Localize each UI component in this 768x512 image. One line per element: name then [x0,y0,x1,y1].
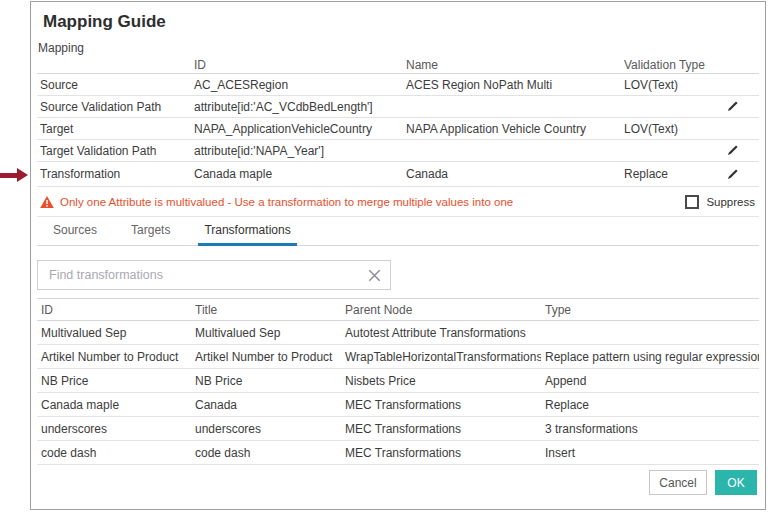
cell-id: NAPA_ApplicationVehicleCountry [191,122,403,136]
table-row[interactable]: Artikel Number to Product Artikel Number… [37,345,759,369]
annotation-arrow-icon [0,168,28,182]
transformations-table: ID Title Parent Node Type Multivalued Se… [37,298,759,465]
table-row-source: Source AC_ACESRegion ACES Region NoPath … [37,74,759,96]
ok-button[interactable]: OK [715,470,757,495]
table-row-target: Target NAPA_ApplicationVehicleCountry NA… [37,118,759,140]
cell-name: NAPA Application Vehicle Country [403,122,621,136]
mapping-table-header: ID Name Validation Type [37,57,759,74]
cell-parent-node: WrapTableHorizontalTransformations [341,350,541,364]
dialog-title: Mapping Guide [43,11,759,33]
edit-pencil-icon[interactable] [726,144,761,157]
row-label: Target Validation Path [37,144,191,158]
cell-type: 3 transformations [541,422,759,436]
cell-title: Artikel Number to Product [191,350,341,364]
suppress-checkbox[interactable] [685,195,699,209]
row-label: Source Validation Path [37,100,191,114]
column-header-validation-type: Validation Type [621,58,726,72]
cell-id: Artikel Number to Product [37,350,191,364]
mapping-guide-dialog: Mapping Guide Mapping ID Name Validation… [30,1,766,510]
cell-title: Canada [191,398,341,412]
cell-type: Insert [541,446,759,460]
warning-triangle-icon [40,196,54,208]
transformations-table-header: ID Title Parent Node Type [37,298,759,321]
edit-pencil-icon[interactable] [726,168,761,181]
tab-transformations[interactable]: Transformations [198,217,296,246]
row-label: Source [37,78,191,92]
table-row[interactable]: code dash code dash MEC Transformations … [37,441,759,465]
warning-text: Only one Attribute is multivalued - Use … [60,196,513,208]
cell-type: Replace pattern using regular expression… [541,350,759,364]
cell-title: underscores [191,422,341,436]
tab-strip: Sources Targets Transformations [37,217,759,246]
cancel-button[interactable]: Cancel [649,470,707,495]
table-row[interactable]: underscores underscores MEC Transformati… [37,417,759,441]
cell-id: attribute[id:'AC_VCdbBedLength'] [191,100,403,114]
search-box [37,260,391,290]
cell-type: Append [541,374,759,388]
cell-id: attribute[id:'NAPA_Year'] [191,144,403,158]
cell-id: AC_ACESRegion [191,78,403,92]
edit-pencil-icon[interactable] [726,100,761,113]
column-header-name: Name [403,58,621,72]
column-header-id: ID [37,303,191,317]
cell-id: Canada maple [191,167,403,181]
cell-parent-node: Nisbets Price [341,374,541,388]
cell-name: ACES Region NoPath Multi [403,78,621,92]
cell-parent-node: MEC Transformations [341,446,541,460]
mapping-section-label: Mapping [38,41,759,55]
cell-id: Canada maple [37,398,191,412]
cell-parent-node: Autotest Attribute Transformations [341,326,541,340]
mapping-table: ID Name Validation Type Source AC_ACESRe… [37,57,759,187]
cell-id: Multivalued Sep [37,326,191,340]
cell-id: underscores [37,422,191,436]
cell-name: Canada [403,167,621,181]
dialog-footer: Cancel OK [37,465,759,495]
suppress-label: Suppress [706,196,755,208]
clear-x-icon[interactable] [368,269,381,282]
table-row[interactable]: Multivalued Sep Multivalued Sep Autotest… [37,321,759,345]
column-header-title: Title [191,303,341,317]
row-label: Target [37,122,191,136]
column-header-parent-node: Parent Node [341,303,541,317]
cell-title: Multivalued Sep [191,326,341,340]
cell-id: code dash [37,446,191,460]
table-row-source-validation-path: Source Validation Path attribute[id:'AC_… [37,96,759,118]
table-row[interactable]: Canada maple Canada MEC Transformations … [37,393,759,417]
warning-strip: Only one Attribute is multivalued - Use … [37,187,759,217]
cell-parent-node: MEC Transformations [341,422,541,436]
cell-title: NB Price [191,374,341,388]
cell-id: NB Price [37,374,191,388]
row-label: Transformation [37,167,191,181]
table-row-transformation: Transformation Canada maple Canada Repla… [37,162,759,187]
search-input[interactable] [47,267,368,283]
cell-title: code dash [191,446,341,460]
cell-validation-type: LOV(Text) [621,78,726,92]
column-header-id: ID [191,58,403,72]
table-row[interactable]: NB Price NB Price Nisbets Price Append [37,369,759,393]
table-row-target-validation-path: Target Validation Path attribute[id:'NAP… [37,140,759,162]
cell-type: Replace [541,398,759,412]
tab-targets[interactable]: Targets [125,217,176,246]
column-header-type: Type [541,303,759,317]
cell-parent-node: MEC Transformations [341,398,541,412]
cell-validation-type: LOV(Text) [621,122,726,136]
cell-validation-type: Replace [621,167,726,181]
tab-sources[interactable]: Sources [47,217,103,246]
